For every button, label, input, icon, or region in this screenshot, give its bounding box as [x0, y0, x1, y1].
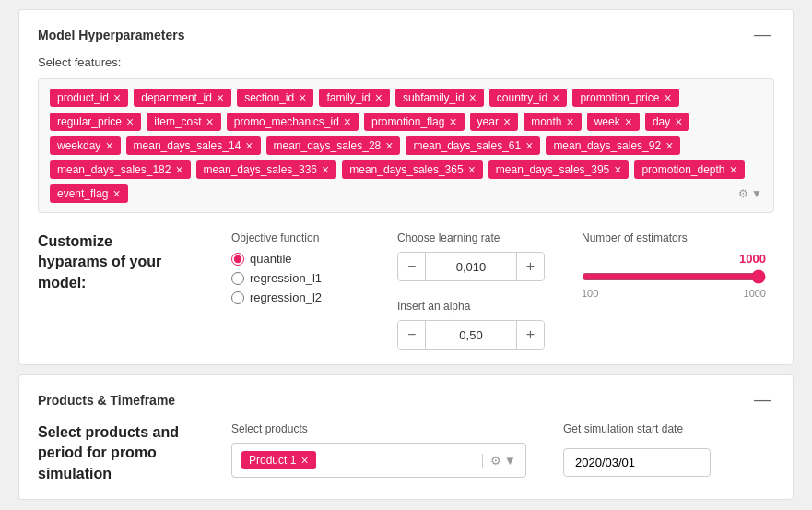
feature-tag: year× [470, 113, 519, 131]
products-dropdown-arrow-btn[interactable]: ⚙ ▼ [482, 454, 516, 468]
objective-function-block: Objective function quantile regression_l… [231, 231, 360, 304]
feature-tag-close[interactable]: × [665, 139, 673, 152]
feature-tag-close[interactable]: × [322, 163, 329, 176]
radio-quantile-input[interactable] [231, 253, 244, 266]
feature-tag-label: product_id [57, 91, 109, 104]
feature-tag-close[interactable]: × [552, 91, 559, 104]
feature-tag: department_id× [134, 89, 231, 107]
alpha-plus-btn[interactable]: + [516, 321, 544, 349]
feature-tag-close[interactable]: × [206, 115, 214, 128]
feature-tag-label: family_id [326, 91, 370, 104]
feature-tag-label: mean_days_sales_28 [274, 139, 382, 152]
feature-tag-close[interactable]: × [385, 139, 393, 152]
learning-rate-minus-btn[interactable]: − [398, 253, 426, 280]
feature-tag-close[interactable]: × [664, 91, 671, 104]
radio-quantile[interactable]: quantile [231, 252, 360, 266]
feature-tag-label: country_id [497, 91, 547, 104]
products-dropdown[interactable]: Product 1 × ⚙ ▼ [231, 443, 526, 478]
feature-tag-close[interactable]: × [299, 91, 306, 104]
feature-tag-label: year [477, 115, 499, 128]
select-products-label: Select products [231, 422, 526, 435]
feature-tag: mean_days_sales_395× [488, 160, 630, 179]
customize-label: Customizehyparams of yourmodel: [38, 231, 194, 293]
feature-tag: promotion_price× [572, 89, 678, 107]
feature-tag-close[interactable]: × [525, 139, 533, 152]
learning-rate-stepper: − 0,010 + [397, 252, 545, 281]
feature-tag-label: promotion_flag [371, 115, 444, 128]
feature-tag-close[interactable]: × [675, 115, 682, 128]
feature-tag: event_flag× [50, 184, 128, 203]
feature-tag: family_id× [319, 89, 390, 107]
feature-tag-close[interactable]: × [468, 163, 476, 176]
products-content: Select products andperiod for promosimul… [38, 422, 774, 484]
feature-tag-close[interactable]: × [469, 91, 477, 104]
feature-tag-label: event_flag [57, 187, 108, 200]
feature-tag: country_id× [489, 89, 568, 107]
feature-tag-close[interactable]: × [503, 115, 511, 128]
feature-tag: mean_days_sales_336× [196, 160, 337, 179]
feature-tag-close[interactable]: × [567, 115, 574, 128]
feature-tag-close[interactable]: × [614, 163, 621, 176]
feature-tag-close[interactable]: × [105, 139, 112, 152]
estimators-slider[interactable] [582, 269, 766, 284]
feature-tag-close[interactable]: × [126, 115, 134, 128]
feature-tag-label: month [531, 115, 561, 128]
alpha-minus-btn[interactable]: − [398, 321, 426, 349]
feature-tag-close[interactable]: × [449, 115, 456, 128]
radio-regression-l2-label: regression_l2 [250, 291, 322, 304]
model-hyperparams-collapse-btn[interactable]: — [750, 25, 774, 44]
feature-tag-label: mean_days_sales_336 [204, 163, 317, 176]
radio-regression-l1[interactable]: regression_l1 [231, 271, 360, 285]
feature-tag-close[interactable]: × [245, 139, 253, 152]
feature-tag-close[interactable]: × [375, 91, 382, 104]
objective-function-radio-group: quantile regression_l1 regression_l2 [231, 252, 360, 304]
start-date-input[interactable] [563, 448, 711, 477]
estimators-label: Number of estimators [582, 231, 766, 244]
feature-tag-label: week [594, 115, 620, 128]
feature-tag: mean_days_sales_14× [126, 136, 261, 155]
feature-tag-close[interactable]: × [730, 163, 737, 176]
feature-tag-close[interactable]: × [625, 115, 632, 128]
customize-section: Customizehyparams of yourmodel: Objectiv… [38, 231, 774, 350]
radio-regression-l2-input[interactable] [231, 291, 244, 304]
feature-tag: regular_price× [50, 113, 141, 131]
feature-tag-close[interactable]: × [175, 163, 182, 176]
learning-rate-plus-btn[interactable]: + [516, 253, 544, 280]
product-tag-close[interactable]: × [300, 454, 308, 467]
estimators-current-value: 1000 [582, 252, 766, 266]
feature-tag-label: section_id [244, 91, 294, 104]
products-timeframe-collapse-btn[interactable]: — [750, 390, 774, 409]
feature-tag: promo_mechanics_id× [227, 113, 359, 131]
tags-more-btn[interactable]: ⚙ ▼ [738, 187, 762, 200]
feature-tag-label: promotion_depth [641, 163, 724, 176]
products-main-label: Select products andperiod for promosimul… [38, 422, 194, 484]
radio-regression-l1-label: regression_l1 [250, 271, 322, 285]
alpha-value: 0,50 [426, 323, 515, 348]
feature-tag-close[interactable]: × [344, 115, 351, 128]
feature-tag: item_cost× [147, 113, 221, 131]
radio-regression-l1-input[interactable] [231, 272, 244, 285]
estimators-block: Number of estimators 1000 100 1000 [582, 231, 766, 299]
products-timeframe-header: Products & Timeframe — [38, 390, 774, 409]
feature-tag: mean_days_sales_92× [546, 136, 680, 155]
slider-min-label: 100 [582, 288, 598, 299]
feature-tag: day× [645, 113, 690, 131]
radio-regression-l2[interactable]: regression_l2 [231, 291, 360, 304]
feature-tag-label: promo_mechanics_id [234, 115, 339, 128]
products-timeframe-title: Products & Timeframe [38, 393, 175, 408]
feature-tag-label: promotion_price [580, 91, 659, 104]
simulation-start-label: Get simulation start date [563, 422, 747, 435]
feature-tag-close[interactable]: × [113, 91, 121, 104]
feature-tag: mean_days_sales_365× [342, 160, 483, 179]
feature-tag-label: day [653, 115, 670, 128]
feature-tag: subfamily_id× [395, 89, 484, 107]
date-block: Get simulation start date [563, 422, 747, 477]
slider-max-label: 1000 [744, 288, 766, 299]
model-hyperparams-card: Model Hyperparameters — Select features:… [18, 9, 794, 365]
feature-tag-label: item_cost [154, 115, 201, 128]
feature-tag: product_id× [50, 89, 128, 107]
tags-container: product_id×department_id×section_id×fami… [38, 78, 774, 213]
feature-tag-close[interactable]: × [217, 91, 224, 104]
feature-tag-close[interactable]: × [112, 187, 120, 200]
learning-rate-label: Choose learning rate [397, 231, 545, 244]
